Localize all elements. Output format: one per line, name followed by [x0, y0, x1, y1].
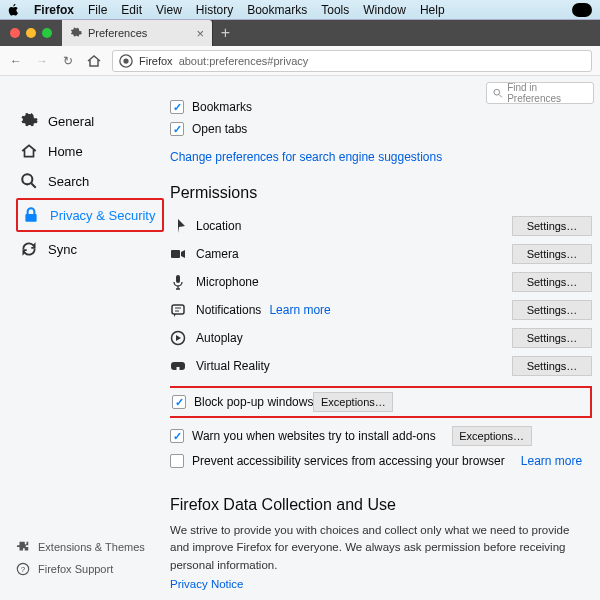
menu-edit[interactable]: Edit	[121, 3, 142, 17]
sidebar-item-home[interactable]: Home	[16, 136, 164, 166]
menu-file[interactable]: File	[88, 3, 107, 17]
gear-icon	[70, 27, 82, 39]
camera-settings-button[interactable]: Settings…	[512, 244, 592, 264]
sidebar-item-privacy[interactable]: Privacy & Security	[18, 200, 162, 230]
addons-exceptions-button[interactable]: Exceptions…	[452, 426, 532, 446]
preferences-main: Bookmarks Open tabs Change preferences f…	[170, 76, 600, 600]
svg-rect-11	[172, 305, 184, 314]
highlight-popups: Block pop-up windows Exceptions…	[170, 386, 592, 418]
preferences-sidebar: General Home Search Privacy & Security S…	[0, 76, 170, 600]
perm-vr: Virtual Reality Settings…	[170, 352, 592, 380]
menu-history[interactable]: History	[196, 3, 233, 17]
svg-point-2	[494, 89, 500, 95]
opentabs-checkbox[interactable]	[170, 122, 184, 136]
find-in-preferences[interactable]: Find in Preferences	[486, 82, 594, 104]
menubar-extra-icon	[572, 3, 592, 17]
warn-addons-checkbox[interactable]	[170, 429, 184, 443]
sidebar-extensions[interactable]: Extensions & Themes	[16, 536, 145, 558]
home-icon	[20, 142, 38, 160]
apple-icon	[8, 4, 20, 16]
menu-window[interactable]: Window	[363, 3, 406, 17]
svg-rect-14	[177, 367, 180, 370]
opentabs-checkbox-row: Open tabs	[170, 118, 592, 140]
notifications-icon	[170, 302, 186, 318]
notifications-learn-more[interactable]: Learn more	[269, 303, 330, 317]
search-engine-link[interactable]: Change preferences for search engine sug…	[170, 150, 592, 164]
autoplay-settings-button[interactable]: Settings…	[512, 328, 592, 348]
menu-view[interactable]: View	[156, 3, 182, 17]
menu-tools[interactable]: Tools	[321, 3, 349, 17]
puzzle-icon	[16, 540, 30, 554]
sync-icon	[20, 240, 38, 258]
data-collection-body: We strive to provide you with choices an…	[170, 522, 592, 574]
popup-exceptions-button[interactable]: Exceptions…	[313, 392, 393, 412]
svg-line-3	[499, 94, 502, 97]
lock-icon	[22, 206, 40, 224]
autoplay-icon	[170, 330, 186, 346]
window-controls	[0, 20, 62, 46]
back-button[interactable]: ←	[8, 53, 24, 69]
a11y-learn-more[interactable]: Learn more	[521, 454, 582, 468]
gear-icon	[20, 112, 38, 130]
svg-text:?: ?	[21, 565, 26, 574]
menu-help[interactable]: Help	[420, 3, 445, 17]
location-icon	[170, 218, 186, 234]
location-settings-button[interactable]: Settings…	[512, 216, 592, 236]
svg-rect-9	[171, 250, 180, 258]
url-label: Firefox	[139, 55, 173, 67]
close-window-button[interactable]	[10, 28, 20, 38]
bookmarks-checkbox[interactable]	[170, 100, 184, 114]
block-popups-checkbox[interactable]	[172, 395, 186, 409]
microphone-icon	[170, 274, 186, 290]
forward-button[interactable]: →	[34, 53, 50, 69]
home-button[interactable]	[86, 53, 102, 69]
url-text: about:preferences#privacy	[179, 55, 309, 67]
camera-icon	[170, 246, 186, 262]
vr-icon	[170, 358, 186, 374]
firefox-icon	[119, 54, 133, 68]
menu-app[interactable]: Firefox	[34, 3, 74, 17]
perm-microphone: Microphone Settings…	[170, 268, 592, 296]
perm-autoplay: Autoplay Settings…	[170, 324, 592, 352]
address-bar[interactable]: Firefox about:preferences#privacy	[112, 50, 592, 72]
svg-line-5	[31, 183, 36, 188]
sidebar-support[interactable]: ? Firefox Support	[16, 558, 145, 580]
svg-rect-6	[25, 214, 36, 222]
permissions-title: Permissions	[170, 184, 592, 202]
close-tab-icon[interactable]: ×	[196, 26, 204, 41]
tab-preferences[interactable]: Preferences ×	[62, 20, 212, 46]
perm-camera: Camera Settings…	[170, 240, 592, 268]
prevent-a11y-checkbox[interactable]	[170, 454, 184, 468]
notifications-settings-button[interactable]: Settings…	[512, 300, 592, 320]
warn-addons-row: Warn you when websites try to install ad…	[170, 422, 592, 450]
sidebar-item-general[interactable]: General	[16, 106, 164, 136]
highlight-privacy: Privacy & Security	[16, 198, 164, 232]
prevent-a11y-row: Prevent accessibility services from acce…	[170, 450, 592, 472]
tab-title: Preferences	[88, 27, 147, 39]
macos-menubar: Firefox File Edit View History Bookmarks…	[0, 0, 600, 20]
svg-point-1	[123, 58, 128, 63]
perm-notifications: Notifications Learn more Settings…	[170, 296, 592, 324]
data-collection-title: Firefox Data Collection and Use	[170, 496, 592, 514]
minimize-window-button[interactable]	[26, 28, 36, 38]
browser-toolbar: ← → ↻ Firefox about:preferences#privacy	[0, 46, 600, 76]
vr-settings-button[interactable]: Settings…	[512, 356, 592, 376]
maximize-window-button[interactable]	[42, 28, 52, 38]
search-icon	[493, 88, 503, 99]
reload-button[interactable]: ↻	[60, 53, 76, 69]
privacy-notice-link[interactable]: Privacy Notice	[170, 578, 244, 590]
svg-rect-10	[176, 275, 180, 283]
search-icon	[20, 172, 38, 190]
sidebar-item-search[interactable]: Search	[16, 166, 164, 196]
search-placeholder: Find in Preferences	[507, 82, 587, 104]
microphone-settings-button[interactable]: Settings…	[512, 272, 592, 292]
menu-bookmarks[interactable]: Bookmarks	[247, 3, 307, 17]
tab-bar: Preferences × +	[0, 20, 600, 46]
question-icon: ?	[16, 562, 30, 576]
new-tab-button[interactable]: +	[212, 20, 238, 46]
sidebar-item-sync[interactable]: Sync	[16, 234, 164, 264]
perm-location: Location Settings…	[170, 212, 592, 240]
svg-point-4	[22, 174, 32, 184]
